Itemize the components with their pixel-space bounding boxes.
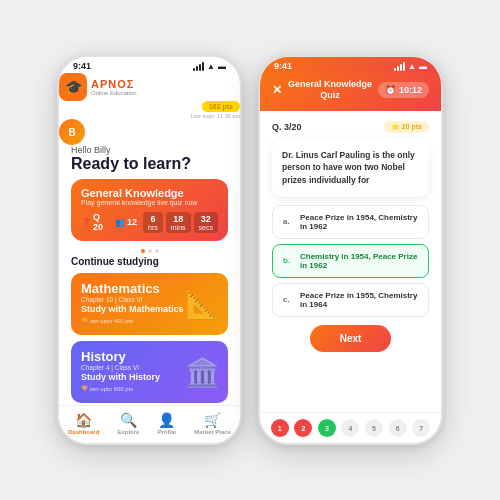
nav-marketplace[interactable]: 🛒 Market Place <box>194 412 231 435</box>
page-5[interactable]: 5 <box>365 419 383 437</box>
math-study-card[interactable]: Mathematics Chapter 10 | Class VI Study … <box>71 273 228 335</box>
option-c-letter: c. <box>283 295 293 304</box>
general-knowledge-card[interactable]: General Knowledge Play general knowledge… <box>71 179 228 241</box>
page-4[interactable]: 4 <box>341 419 359 437</box>
page-6[interactable]: 6 <box>389 419 407 437</box>
signal-bars-2 <box>394 62 405 71</box>
status-icons-2: ▲ ▬ <box>394 62 427 71</box>
last-login: Last login: 11:38 am <box>190 113 240 119</box>
signal-bars-1 <box>193 62 204 71</box>
time-hours: 6hrs <box>143 212 163 233</box>
status-bar-1: 9:41 ▲ ▬ <box>59 57 240 73</box>
history-icon: 🏛️ <box>185 355 220 388</box>
carousel-dots <box>59 249 240 253</box>
question-number: Q. 3/20 <box>272 122 302 132</box>
nav-profile[interactable]: 👤 Profile <box>158 412 177 435</box>
question-card: Dr. Linus Carl Pauling is the only perso… <box>272 139 429 197</box>
points-tag: ⭐ 20 pts <box>384 121 429 133</box>
nav-explore[interactable]: 🔍 Explore <box>117 412 139 435</box>
timer-value: 10:12 <box>399 85 422 95</box>
page-2[interactable]: 2 <box>294 419 312 437</box>
marketplace-icon: 🛒 <box>204 412 221 428</box>
bottom-nav: 🏠 Dashboard 🔍 Explore 👤 Profile 🛒 Market… <box>59 405 240 443</box>
wifi-icon: ▲ <box>207 62 215 71</box>
timer-badge: ⏰ 10:12 <box>378 82 429 98</box>
option-a-letter: a. <box>283 217 293 226</box>
battery-icon: ▬ <box>218 62 226 71</box>
nav-marketplace-label: Market Place <box>194 429 231 435</box>
option-a-text: Peace Prize in 1954, Chemistry in 1962 <box>300 213 418 231</box>
player-count: 👥 12 <box>115 217 137 227</box>
option-c[interactable]: c. Peace Prize in 1955, Chemistry in 196… <box>272 283 429 317</box>
quiz-stats: ❓ Q 20 👥 12 6hrs 18mins 32secs <box>81 212 218 233</box>
nav-dashboard[interactable]: 🏠 Dashboard <box>68 412 99 435</box>
nav-dashboard-label: Dashboard <box>68 429 99 435</box>
history-study-card[interactable]: History Chapter 4 | Class VI Study with … <box>71 341 228 403</box>
time-1: 9:41 <box>73 61 91 71</box>
app-header: 🎓 ΑΡΝΟΣ Online Education 162 pts Last lo… <box>59 73 240 145</box>
nav-explore-label: Explore <box>117 429 139 435</box>
quiz-card-sub: Play general knowledge live quiz now <box>81 199 218 206</box>
option-b[interactable]: b. Chemistry in 1954, Peace Prize in 196… <box>272 244 429 278</box>
quiz-pagination: 1 2 3 4 5 6 7 <box>260 412 441 443</box>
avatar: B <box>59 119 85 145</box>
option-c-text: Peace Prize in 1955, Chemistry in 1964 <box>300 291 418 309</box>
star-icon: ⭐ <box>391 123 400 131</box>
logo-area: 🎓 ΑΡΝΟΣ Online Education <box>59 73 240 101</box>
time-secs: 32secs <box>194 212 218 233</box>
explore-icon: 🔍 <box>120 412 137 428</box>
quiz-header: ✕ General KnowledgeQuiz ⏰ 10:12 <box>260 73 441 111</box>
wifi-icon-2: ▲ <box>408 62 416 71</box>
option-b-text: Chemistry in 1954, Peace Prize in 1962 <box>300 252 418 270</box>
math-icon: 📐 <box>185 287 220 320</box>
quiz-card-title: General Knowledge <box>81 187 218 199</box>
profile-icon: 👤 <box>158 412 175 428</box>
option-a[interactable]: a. Peace Prize in 1954, Chemistry in 196… <box>272 205 429 239</box>
nav-profile-label: Profile <box>158 429 177 435</box>
phone-quiz: 9:41 ▲ ▬ ✕ General KnowledgeQuiz ⏰ 10:12 <box>258 55 443 445</box>
status-bar-2: 9:41 ▲ ▬ <box>260 57 441 73</box>
alarm-icon: ⏰ <box>385 85 396 95</box>
page-1[interactable]: 1 <box>271 419 289 437</box>
quiz-body: Q. 3/20 ⭐ 20 pts Dr. Linus Carl Pauling … <box>260 111 441 362</box>
phone-dashboard: 9:41 ▲ ▬ 🎓 ΑΡΝΟΣ Online Education <box>57 55 242 445</box>
close-button[interactable]: ✕ <box>272 83 282 97</box>
question-header: Q. 3/20 ⭐ 20 pts <box>272 121 429 133</box>
greeting-section: Hello Billy Ready to learn? <box>59 145 240 179</box>
points-badge: 162 pts <box>202 101 240 112</box>
section-title: Continue studying <box>59 256 240 273</box>
quiz-header-title: General KnowledgeQuiz <box>288 79 372 101</box>
question-text: Dr. Linus Carl Pauling is the only perso… <box>282 150 415 186</box>
time-boxes: 6hrs 18mins 32secs <box>143 212 218 233</box>
page-3[interactable]: 3 <box>318 419 336 437</box>
points-value: 20 pts <box>402 123 422 130</box>
status-icons-1: ▲ ▬ <box>193 62 226 71</box>
logo-sub: Online Education <box>91 90 137 96</box>
question-count: ❓ Q 20 <box>81 212 109 232</box>
time-mins: 18mins <box>166 212 191 233</box>
greeting-ready: Ready to learn? <box>71 155 228 173</box>
logo-name: ΑΡΝΟΣ <box>91 78 137 90</box>
logo-icon: 🎓 <box>59 73 87 101</box>
battery-icon-2: ▬ <box>419 62 427 71</box>
page-7[interactable]: 7 <box>412 419 430 437</box>
dashboard-icon: 🏠 <box>75 412 92 428</box>
next-button[interactable]: Next <box>310 325 392 352</box>
greeting-hello: Hello Billy <box>71 145 228 155</box>
time-2: 9:41 <box>274 61 292 71</box>
option-b-letter: b. <box>283 256 293 265</box>
